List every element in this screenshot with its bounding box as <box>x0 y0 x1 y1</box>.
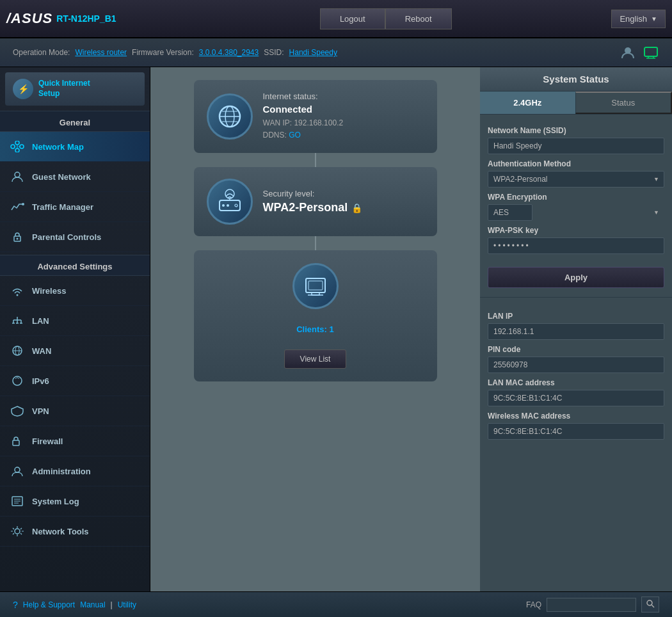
security-label: Security level: <box>263 189 363 198</box>
traffic-manager-icon <box>9 200 26 214</box>
sidebar-item-guest-network-label: Guest Network <box>32 172 91 182</box>
svg-line-41 <box>652 605 654 607</box>
sidebar-item-wireless-label: Wireless <box>32 286 66 296</box>
sidebar-item-wan[interactable]: WAN <box>0 336 150 366</box>
lan-ip-label: LAN IP <box>488 312 664 321</box>
sidebar-item-lan[interactable]: LAN <box>0 306 150 336</box>
language-selector[interactable]: English ▼ <box>611 10 666 28</box>
reboot-button[interactable]: Reboot <box>385 8 452 29</box>
sidebar: ⚡ Quick Internet Setup General Network M… <box>0 67 150 591</box>
svg-rect-39 <box>308 281 323 290</box>
sidebar-item-wireless[interactable]: Wireless <box>0 276 150 306</box>
faq-label: FAQ <box>526 600 541 609</box>
psk-field-value: •••••••• <box>488 237 664 254</box>
sidebar-item-network-tools-label: Network Tools <box>32 527 89 536</box>
faq-search-button[interactable] <box>641 597 659 613</box>
wireless-icon <box>9 284 26 298</box>
apply-button[interactable]: Apply <box>488 267 664 288</box>
ssid-label: SSID: <box>264 48 284 57</box>
sidebar-item-wan-label: WAN <box>32 346 51 356</box>
sidebar-item-network-tools[interactable]: Network Tools <box>0 517 150 547</box>
pin-code-value: 25560978 <box>488 357 664 373</box>
pin-code-label: PIN code <box>488 345 664 354</box>
tab-status[interactable]: Status <box>575 92 673 114</box>
network-icon <box>643 45 659 60</box>
sidebar-item-system-log[interactable]: System Log <box>0 486 150 517</box>
manual-link[interactable]: Manual <box>80 600 105 609</box>
lan-icon <box>9 314 26 328</box>
sidebar-item-firewall-label: Firewall <box>32 437 63 446</box>
advanced-section-label: Advanced Settings <box>0 255 150 276</box>
logo-area: /ASUS RT-N12HP_B1 <box>6 10 160 27</box>
encryption-select[interactable]: AES <box>488 204 532 221</box>
sidebar-item-traffic-manager[interactable]: Traffic Manager <box>0 192 150 222</box>
ddns-link[interactable]: GO <box>289 131 301 140</box>
sidebar-item-vpn-label: VPN <box>32 406 49 416</box>
footer: ? Help & Support Manual | Utility FAQ <box>0 591 672 617</box>
sidebar-item-administration-label: Administration <box>32 467 91 476</box>
network-map-area: Internet status: Connected WAN IP: 192.1… <box>150 67 480 591</box>
sidebar-item-firewall[interactable]: Firewall <box>0 426 150 456</box>
general-section-label: General <box>0 111 150 132</box>
svg-point-12 <box>17 238 19 240</box>
divider <box>480 297 672 298</box>
svg-point-33 <box>222 204 225 207</box>
network-info-section: LAN IP 192.168.1.1 PIN code 25560978 LAN… <box>480 300 672 446</box>
help-support-link[interactable]: Help & Support <box>23 600 75 609</box>
connector-1 <box>315 153 316 167</box>
svg-point-24 <box>15 529 20 534</box>
security-value: WPA2-Personal <box>263 201 348 214</box>
quick-internet-setup[interactable]: ⚡ Quick Internet Setup <box>5 72 145 106</box>
main-layout: ⚡ Quick Internet Setup General Network M… <box>0 67 672 591</box>
sidebar-item-guest-network[interactable]: Guest Network <box>0 162 150 192</box>
lan-mac-label: LAN MAC address <box>488 378 664 387</box>
help-icon: ? <box>13 600 18 610</box>
ipv6-icon <box>9 374 26 388</box>
svg-point-3 <box>15 141 19 145</box>
svg-point-19 <box>15 467 20 472</box>
svg-point-35 <box>235 204 237 207</box>
tab-24ghz[interactable]: 2.4GHz <box>480 92 575 114</box>
sidebar-item-parental-controls-label: Parental Controls <box>32 232 101 242</box>
operation-mode-value[interactable]: Wireless router <box>75 48 127 57</box>
sidebar-item-parental-controls[interactable]: Parental Controls <box>0 222 150 252</box>
internet-details: WAN IP: 192.168.100.2 DDNS: GO <box>263 117 344 141</box>
firmware-value[interactable]: 3.0.0.4.380_2943 <box>199 48 259 57</box>
internet-status-label: Internet status: <box>263 92 344 101</box>
clients-number: 1 <box>330 325 334 334</box>
sidebar-item-ipv6-label: IPv6 <box>32 376 49 386</box>
sidebar-item-lan-label: LAN <box>32 316 49 326</box>
sidebar-item-administration[interactable]: Administration <box>0 456 150 486</box>
sidebar-item-network-map[interactable]: Network Map <box>0 132 150 162</box>
svg-point-13 <box>17 294 19 296</box>
svg-point-9 <box>15 172 20 177</box>
view-list-button[interactable]: View List <box>284 349 347 369</box>
wireless-mac-label: Wireless MAC address <box>488 412 664 421</box>
operation-mode-label: Operation Mode: <box>13 48 70 57</box>
lock-icon: 🔒 <box>351 203 362 213</box>
quick-setup-icon: ⚡ <box>13 79 33 99</box>
lan-mac-value: 9C:5C:8E:B1:C1:4C <box>488 390 664 406</box>
separator: | <box>111 600 113 609</box>
faq-search-input[interactable] <box>547 598 636 612</box>
logout-button[interactable]: Logout <box>320 8 385 29</box>
sidebar-item-system-log-label: System Log <box>32 497 79 506</box>
headerbar: Operation Mode: Wireless router Firmware… <box>0 38 672 67</box>
topbar-buttons: Logout Reboot <box>160 8 611 29</box>
svg-rect-18 <box>13 440 19 445</box>
sidebar-item-traffic-manager-label: Traffic Manager <box>32 202 93 212</box>
ssid-value[interactable]: Handi Speedy <box>289 48 337 57</box>
security-info: Security level: WPA2-Personal 🔒 <box>263 189 363 214</box>
ssid-field-label: Network Name (SSID) <box>488 126 664 135</box>
svg-point-2 <box>11 145 15 148</box>
content-area: Internet status: Connected WAN IP: 192.1… <box>150 67 480 591</box>
network-map-icon <box>9 140 26 154</box>
sidebar-item-ipv6[interactable]: IPv6 <box>0 366 150 396</box>
utility-link[interactable]: Utility <box>118 600 136 609</box>
auth-method-select[interactable]: WPA2-Personal <box>488 171 664 188</box>
sidebar-item-vpn[interactable]: VPN <box>0 396 150 426</box>
router-icon <box>207 179 253 225</box>
firmware-label: Firmware Version: <box>132 48 194 57</box>
wireless-mac-value: 9C:5C:8E:B1:C1:4C <box>488 423 664 440</box>
svg-point-34 <box>227 204 229 207</box>
